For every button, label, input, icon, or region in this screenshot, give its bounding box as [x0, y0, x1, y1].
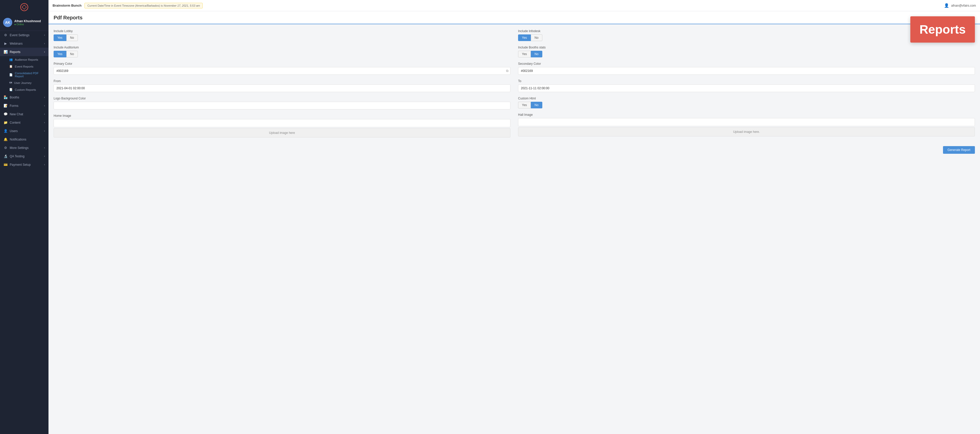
include-lobby-yes-button[interactable]: Yes — [54, 35, 66, 41]
more-settings-icon: ⚙ — [3, 146, 8, 150]
secondary-color-section: Secondary Color — [518, 62, 975, 75]
home-image-input[interactable] — [54, 119, 511, 127]
form-grid: Include Lobby Yes No Include Auditorium … — [54, 29, 975, 142]
sidebar-item-label: Custom Reports — [15, 88, 36, 91]
sidebar-item-new-chat[interactable]: 💬 New Chat ‹ — [0, 110, 48, 118]
sidebar-item-booths[interactable]: 🏪 Booths ‹ — [0, 93, 48, 101]
sidebar-item-label: Event Settings — [10, 33, 29, 37]
payment-setup-icon: 💳 — [3, 163, 8, 166]
sidebar-item-label: New Chat — [10, 112, 23, 116]
user-status: ● Online — [14, 23, 41, 26]
sidebar-item-notifications[interactable]: 🔔 Notifications — [0, 135, 48, 144]
user-name: Afnan Khushnood — [14, 19, 41, 23]
topbar-left: Brainstorm Bunch Current Date/Time in Ev… — [52, 3, 203, 8]
include-infodesk-yes-button[interactable]: Yes — [518, 35, 531, 41]
content-body: Include Lobby Yes No Include Auditorium … — [48, 24, 980, 159]
sidebar-item-content[interactable]: 📁 Content ‹ — [0, 118, 48, 127]
logo-bg-color-section: Logo Background Color — [54, 97, 511, 109]
sidebar-logo — [0, 0, 48, 14]
hall-image-input[interactable] — [518, 118, 975, 126]
chevron-icon: ‹ — [44, 104, 45, 107]
to-input[interactable] — [518, 84, 975, 92]
sidebar-item-custom-reports[interactable]: 📑 Custom Reports — [0, 86, 48, 93]
sidebar-item-label: Consolidated PDF Report — [15, 72, 45, 78]
sidebar-item-users[interactable]: 👤 Users ‹ — [0, 127, 48, 135]
logo-bg-color-input[interactable] — [54, 102, 511, 109]
primary-color-input-wrapper: ⧉ — [54, 67, 511, 75]
new-chat-icon: 💬 — [3, 112, 8, 116]
primary-color-input[interactable] — [54, 67, 511, 75]
include-auditorium-yes-button[interactable]: Yes — [54, 51, 66, 57]
sidebar-item-webinars[interactable]: ▶ Webinars ‹ — [0, 39, 48, 48]
topbar: Brainstorm Bunch Current Date/Time in Ev… — [48, 0, 980, 11]
event-reports-icon: 📋 — [9, 65, 13, 68]
event-settings-icon: ⚙ — [3, 33, 8, 37]
include-auditorium-no-button[interactable]: No — [66, 51, 78, 57]
sidebar-item-more-settings[interactable]: ⚙ More Settings ‹ — [0, 144, 48, 152]
to-label: To — [518, 79, 975, 83]
include-booths-no-button[interactable]: No — [531, 51, 542, 57]
timezone-label: Current Date/Time in Event Timezone (Ame… — [87, 4, 164, 7]
sidebar-item-consolidated-pdf[interactable]: 📄 Consolidated PDF Report — [0, 70, 48, 79]
logo-bg-color-label: Logo Background Color — [54, 97, 511, 100]
include-booths-stats-section: Include Booths stats Yes No — [518, 46, 975, 57]
custom-html-yes-button[interactable]: Yes — [518, 102, 531, 108]
upload-hall-image-button[interactable]: Upload image here. — [518, 127, 975, 136]
secondary-color-input[interactable] — [518, 67, 975, 75]
sidebar-item-forms[interactable]: 📝 Forms ‹ — [0, 101, 48, 110]
include-auditorium-toggle: Yes No — [54, 51, 511, 57]
primary-color-label: Primary Color — [54, 62, 511, 65]
sidebar-item-user-journey[interactable]: 🗺 User Journey — [0, 79, 48, 86]
timezone-banner: Current Date/Time in Event Timezone (Ame… — [84, 3, 203, 8]
chevron-icon: ‹ — [44, 121, 45, 124]
content-header: Pdf Reports — [48, 11, 980, 24]
chevron-icon: ‹ — [44, 155, 45, 158]
home-image-section: Home Image Upload image here — [54, 114, 511, 138]
sidebar-item-label: Payment Setup — [10, 163, 30, 166]
sidebar-item-label: Webinars — [10, 42, 22, 45]
main: Brainstorm Bunch Current Date/Time in Ev… — [48, 0, 980, 434]
chevron-icon: ‹ — [44, 51, 45, 53]
sidebar-item-qa-testing[interactable]: 🔬 QA Testing ‹ — [0, 152, 48, 160]
include-lobby-no-button[interactable]: No — [66, 35, 78, 41]
copy-icon[interactable]: ⧉ — [506, 69, 508, 73]
from-section: From — [54, 79, 511, 92]
chevron-icon: ‹ — [44, 163, 45, 166]
topbar-right: 👤 afnan@vfairs.com — [944, 3, 976, 8]
include-infodesk-section: Include Infodesk Yes No — [518, 29, 975, 41]
custom-html-label: Custom Html — [518, 97, 975, 100]
secondary-color-label: Secondary Color — [518, 62, 975, 65]
upload-home-image-button[interactable]: Upload image here — [54, 128, 511, 138]
include-auditorium-label: Include Auditorium — [54, 46, 511, 49]
sidebar-item-label: Audience Reports — [15, 58, 38, 61]
logo-icon — [20, 3, 28, 11]
sidebar-item-event-reports[interactable]: 📋 Event Reports — [0, 63, 48, 70]
sidebar-item-label: Users — [10, 129, 18, 133]
include-booths-yes-button[interactable]: Yes — [518, 51, 531, 57]
generate-report-button[interactable]: Generate Report — [943, 146, 975, 154]
sidebar-item-event-settings[interactable]: ⚙ Event Settings ‹ — [0, 31, 48, 39]
audience-reports-icon: 👥 — [9, 58, 13, 61]
sidebar-item-audience-reports[interactable]: 👥 Audience Reports — [0, 56, 48, 63]
chevron-icon: ‹ — [44, 42, 45, 45]
chevron-icon: ‹ — [44, 113, 45, 116]
content-icon: 📁 — [3, 120, 8, 124]
reports-overlay: Reports — [910, 16, 975, 43]
custom-html-no-button[interactable]: No — [531, 102, 542, 108]
include-lobby-section: Include Lobby Yes No — [54, 29, 511, 41]
sidebar-item-label: Notifications — [10, 138, 26, 141]
to-section: To — [518, 79, 975, 92]
sidebar-item-reports[interactable]: 📊 Reports ‹ — [0, 48, 48, 56]
from-input[interactable] — [54, 84, 511, 92]
user-journey-icon: 🗺 — [9, 81, 12, 84]
sidebar: AK Afnan Khushnood ● Online ⚙ Event Sett… — [0, 0, 48, 434]
event-name: Brainstorm Bunch — [52, 3, 81, 7]
page-title: Pdf Reports — [54, 15, 975, 21]
chevron-icon: ‹ — [44, 34, 45, 36]
include-infodesk-toggle: Yes No — [518, 35, 975, 41]
sidebar-item-payment-setup[interactable]: 💳 Payment Setup ‹ — [0, 160, 48, 169]
sidebar-item-label: More Settings — [10, 146, 29, 150]
include-infodesk-no-button[interactable]: No — [531, 35, 542, 41]
sidebar-nav: ⚙ Event Settings ‹ ▶ Webinars ‹ 📊 Report… — [0, 31, 48, 434]
svg-point-0 — [21, 3, 28, 11]
